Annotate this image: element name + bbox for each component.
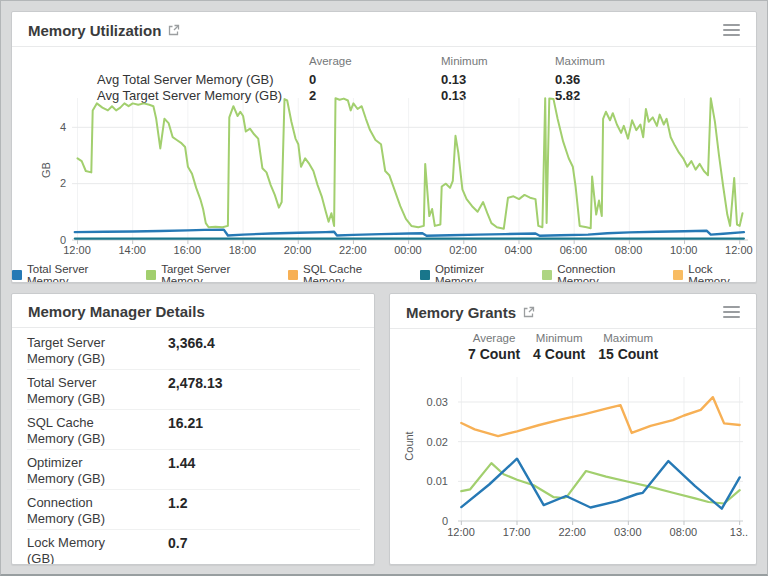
legend-item-target-server-memory[interactable]: Target Server Memory bbox=[146, 263, 273, 283]
x-tick: 06:00 bbox=[556, 244, 590, 256]
y-tick: 2 bbox=[46, 177, 66, 189]
menu-icon[interactable] bbox=[721, 303, 742, 321]
stats-header-maximum: Maximum bbox=[598, 332, 658, 344]
legend-item-lock-memory[interactable]: Lock Memory bbox=[673, 263, 756, 283]
legend-item-optimizer-memory[interactable]: Optimizer Memory bbox=[420, 263, 527, 283]
memory-grants-chart[interactable] bbox=[458, 377, 743, 521]
x-tick: 22:00 bbox=[555, 526, 589, 538]
x-tick: 12:00 bbox=[722, 244, 756, 256]
memory-grants-stats: Average 7 Count Minimum 4 Count Maximum … bbox=[468, 332, 658, 362]
legend-swatch bbox=[146, 270, 156, 280]
dashboard-page: Memory Utilization Average Minimum Maxim… bbox=[0, 0, 768, 576]
x-axis-labels: 12:00 14:00 16:00 18:00 20:00 22:00 00:0… bbox=[60, 244, 756, 256]
stats-header-maximum: Maximum bbox=[555, 54, 675, 71]
memory-grants-header: Memory Grants bbox=[390, 294, 756, 329]
y-axis-label: GB bbox=[40, 162, 52, 178]
legend-item-sql-cache-memory[interactable]: SQL Cache Memory bbox=[288, 263, 405, 283]
x-tick: 10:00 bbox=[667, 244, 701, 256]
memory-manager-details-header: Memory Manager Details bbox=[12, 294, 374, 328]
detail-label: Lock Memory (GB) bbox=[27, 535, 133, 565]
y-tick: 4 bbox=[46, 121, 66, 133]
stats-value-average: 0 bbox=[309, 72, 441, 87]
memory-utilization-chart[interactable] bbox=[72, 98, 748, 240]
detail-value: 3,366.4 bbox=[168, 335, 215, 351]
detail-row: Target Server Memory (GB) 3,366.4 bbox=[27, 330, 360, 370]
detail-row: Lock Memory (GB) 0.7 bbox=[27, 530, 360, 565]
legend-item-connection-memory[interactable]: Connection Memory bbox=[542, 263, 658, 283]
legend-swatch bbox=[420, 270, 430, 280]
x-tick: 18:00 bbox=[225, 244, 259, 256]
stats-header-minimum: Minimum bbox=[533, 332, 585, 344]
menu-icon[interactable] bbox=[721, 21, 742, 39]
stats-value-maximum: 15 Count bbox=[598, 346, 658, 362]
y-tick: 0.01 bbox=[408, 475, 448, 487]
y-tick: 0.02 bbox=[408, 436, 448, 448]
detail-row: Connection Memory (GB) 1.2 bbox=[27, 490, 360, 530]
detail-value: 16.21 bbox=[168, 415, 203, 431]
x-tick: 12:00 bbox=[60, 244, 94, 256]
detail-row: Total Server Memory (GB) 2,478.13 bbox=[27, 370, 360, 410]
detail-value: 1.44 bbox=[168, 455, 195, 471]
memory-grants-title: Memory Grants bbox=[406, 304, 516, 321]
x-tick: 00:00 bbox=[391, 244, 425, 256]
y-tick: 0.03 bbox=[408, 396, 448, 408]
x-tick: 22:00 bbox=[336, 244, 370, 256]
stats-header-minimum: Minimum bbox=[441, 54, 555, 71]
detail-row: SQL Cache Memory (GB) 16.21 bbox=[27, 410, 360, 450]
stats-value-minimum: 0.13 bbox=[441, 72, 555, 87]
stats-value-maximum: 0.36 bbox=[555, 72, 675, 87]
external-link-icon[interactable] bbox=[168, 24, 180, 36]
detail-label: Target Server Memory (GB) bbox=[27, 335, 133, 367]
x-axis-labels: 12:00 17:00 22:00 03:00 08:00 13.. bbox=[444, 526, 756, 538]
legend-item-total-server-memory[interactable]: Total Server Memory bbox=[12, 263, 131, 283]
x-tick: 20:00 bbox=[281, 244, 315, 256]
memory-utilization-header: Memory Utilization bbox=[12, 12, 756, 47]
detail-label: Optimizer Memory (GB) bbox=[27, 455, 133, 487]
stats-value-minimum: 4 Count bbox=[533, 346, 585, 362]
stats-row-label: Avg Total Server Memory (GB) bbox=[97, 72, 309, 87]
detail-value: 2,478.13 bbox=[168, 375, 223, 391]
memory-utilization-stats: Average Minimum Maximum Avg Total Server… bbox=[97, 54, 675, 103]
x-tick: 13.. bbox=[722, 526, 756, 538]
detail-label: Connection Memory (GB) bbox=[27, 495, 133, 527]
chart-legend: Total Server Memory Target Server Memory… bbox=[12, 263, 756, 283]
detail-label: SQL Cache Memory (GB) bbox=[27, 415, 133, 447]
panel-memory-utilization: Memory Utilization Average Minimum Maxim… bbox=[11, 11, 757, 283]
x-tick: 03:00 bbox=[611, 526, 645, 538]
stats-value-average: 7 Count bbox=[468, 346, 520, 362]
x-tick: 12:00 bbox=[444, 526, 478, 538]
legend-swatch bbox=[542, 270, 552, 280]
memory-manager-details-title: Memory Manager Details bbox=[28, 303, 205, 320]
stats-header-average: Average bbox=[309, 54, 441, 71]
detail-value: 0.7 bbox=[168, 535, 187, 551]
x-tick: 04:00 bbox=[501, 244, 535, 256]
external-link-icon[interactable] bbox=[523, 306, 535, 318]
legend-swatch bbox=[673, 270, 683, 280]
detail-label: Total Server Memory (GB) bbox=[27, 375, 133, 407]
y-tick: 0 bbox=[408, 515, 448, 527]
x-tick: 16:00 bbox=[170, 244, 204, 256]
legend-swatch bbox=[12, 270, 22, 280]
x-tick: 17:00 bbox=[500, 526, 534, 538]
x-tick: 02:00 bbox=[446, 244, 480, 256]
x-tick: 14:00 bbox=[115, 244, 149, 256]
detail-row: Optimizer Memory (GB) 1.44 bbox=[27, 450, 360, 490]
panel-memory-manager-details: Memory Manager Details Target Server Mem… bbox=[11, 293, 375, 565]
legend-swatch bbox=[288, 270, 298, 280]
memory-utilization-title: Memory Utilization bbox=[28, 22, 161, 39]
memory-manager-details-list: Target Server Memory (GB) 3,366.4 Total … bbox=[27, 330, 360, 565]
x-tick: 08:00 bbox=[666, 526, 700, 538]
stats-header-average: Average bbox=[468, 332, 520, 344]
x-tick: 08:00 bbox=[612, 244, 646, 256]
panel-memory-grants: Memory Grants Average 7 Count Minimum 4 … bbox=[389, 293, 757, 565]
detail-value: 1.2 bbox=[168, 495, 187, 511]
